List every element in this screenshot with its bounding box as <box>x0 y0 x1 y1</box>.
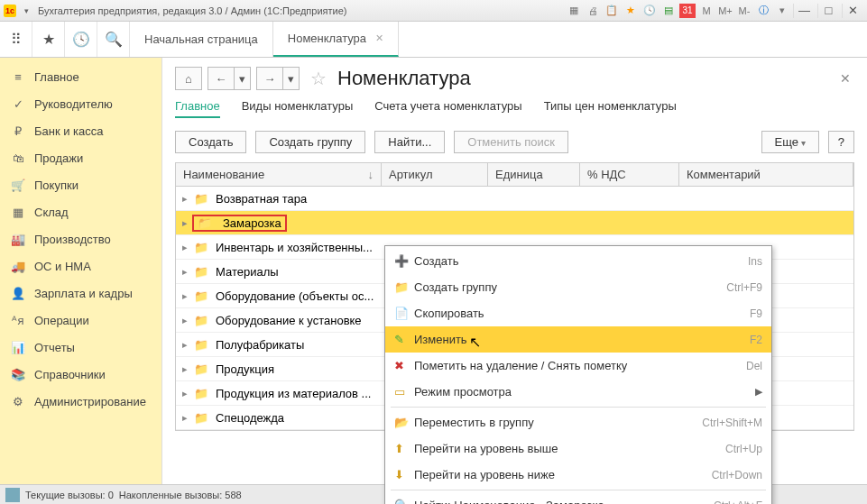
sidebar-item-9[interactable]: ᴬяОперации <box>0 307 161 334</box>
subtab-accounts[interactable]: Счета учета номенклатуры <box>374 99 521 118</box>
sidebar-item-7[interactable]: 🚚ОС и НМА <box>0 252 161 279</box>
expand-icon[interactable]: ▸ <box>176 242 194 253</box>
info-icon[interactable]: ⓘ <box>755 4 771 18</box>
sidebar-item-8[interactable]: 👤Зарплата и кадры <box>0 279 161 307</box>
expand-icon[interactable]: ▸ <box>176 290 194 302</box>
context-label: Создать группу <box>414 280 726 294</box>
sidebar-item-5[interactable]: ▦Склад <box>0 198 161 225</box>
sidebar-item-3[interactable]: 🛍Продажи <box>0 144 161 171</box>
folder-icon: 📁 <box>194 241 212 254</box>
expand-icon[interactable]: ▸ <box>176 193 194 205</box>
row-name: Спецодежда <box>212 411 284 425</box>
m-plus-button[interactable]: M+ <box>717 4 733 18</box>
subtab-main[interactable]: Главное <box>175 99 220 118</box>
back-dropdown[interactable]: ▾ <box>235 67 251 90</box>
find-button[interactable]: Найти... <box>374 131 445 153</box>
apps-icon[interactable]: ⠿ <box>0 22 32 57</box>
history-icon[interactable]: 🕓 <box>641 4 658 18</box>
col-comment[interactable]: Комментарий <box>679 163 853 186</box>
context-item-8[interactable]: ⬆Перейти на уровень вышеCtrl+Up <box>385 435 771 462</box>
m-minus-button[interactable]: M- <box>736 4 752 18</box>
cancel-find-button[interactable]: Отменить поиск <box>454 131 568 153</box>
col-name[interactable]: Наименование↓ <box>176 163 382 186</box>
col-unit[interactable]: Единица <box>488 163 580 186</box>
history-tb-icon[interactable]: 🕓 <box>65 22 97 57</box>
context-icon: ✖ <box>394 359 414 372</box>
table-row[interactable]: ▸📁Замарозка <box>176 211 853 235</box>
sidebar-item-10[interactable]: 📊Отчеты <box>0 334 161 361</box>
col-vat[interactable]: % НДС <box>580 163 679 186</box>
tab-label: Начальная страница <box>144 32 258 46</box>
table-row[interactable]: ▸📁Возвратная тара <box>176 187 853 211</box>
search-icon[interactable]: 🔍 <box>97 22 130 57</box>
row-name: Материалы <box>212 265 279 279</box>
context-item-7[interactable]: 📂Переместить в группуCtrl+Shift+M <box>385 409 771 435</box>
expand-icon[interactable]: ▸ <box>176 315 194 326</box>
create-button[interactable]: Создать <box>175 131 246 153</box>
page-favorite-icon[interactable]: ☆ <box>310 68 327 89</box>
context-item-5[interactable]: ▭Режим просмотра▶ <box>385 379 771 405</box>
titlebar-icon-3[interactable]: 📋 <box>604 4 620 18</box>
col-article[interactable]: Артикул <box>382 163 488 186</box>
home-button[interactable]: ⌂ <box>175 67 202 90</box>
context-item-4[interactable]: ✖Пометить на удаление / Снять пометкуDel <box>385 353 771 379</box>
context-separator <box>391 490 766 490</box>
context-item-3[interactable]: ✎ИзменитьF2 <box>385 326 771 353</box>
more-button[interactable]: Еще <box>761 131 819 153</box>
context-icon: ➕ <box>394 254 414 268</box>
calc-icon[interactable]: ▤ <box>660 4 677 18</box>
context-item-2[interactable]: 📄СкопироватьF9 <box>385 300 771 326</box>
expand-icon[interactable]: ▸ <box>176 363 194 375</box>
sidebar-item-2[interactable]: ₽Банк и касса <box>0 117 161 144</box>
tab-start-page[interactable]: Начальная страница <box>130 22 273 57</box>
create-group-button[interactable]: Создать группу <box>255 131 365 153</box>
sidebar-label: Склад <box>34 206 69 219</box>
context-icon: ▭ <box>394 385 414 399</box>
back-button[interactable]: ← <box>208 67 235 90</box>
expand-icon[interactable]: ▸ <box>176 217 194 229</box>
context-item-0[interactable]: ➕СоздатьIns <box>385 248 771 274</box>
page-title: Номенклатура <box>337 67 471 90</box>
maximize-button[interactable]: □ <box>817 4 839 18</box>
close-window-button[interactable]: ✕ <box>842 4 863 18</box>
tab-nomenclature[interactable]: Номенклатура ✕ <box>273 22 399 57</box>
sidebar-item-12[interactable]: ⚙Администрирование <box>0 388 161 415</box>
context-item-9[interactable]: ⬇Перейти на уровень нижеCtrl+Down <box>385 462 771 488</box>
titlebar-icon-2[interactable]: 🖨 <box>585 4 601 18</box>
context-item-11[interactable]: 🔍Найти: Наименование - ЗамарозкаCtrl+Alt… <box>385 492 771 504</box>
sidebar-label: Покупки <box>34 179 78 192</box>
tab-close-icon[interactable]: ✕ <box>375 32 383 44</box>
forward-dropdown[interactable]: ▾ <box>283 67 300 90</box>
sidebar-icon: ≡ <box>11 69 25 84</box>
expand-icon[interactable]: ▸ <box>176 412 194 424</box>
forward-button[interactable]: → <box>256 67 283 90</box>
minimize-button[interactable]: — <box>793 4 815 18</box>
expand-icon[interactable]: ▸ <box>176 339 194 351</box>
page-close-button[interactable]: ✕ <box>836 68 854 89</box>
row-name: Инвентарь и хозяйственны... <box>212 241 373 254</box>
sidebar-label: Руководителю <box>34 97 113 111</box>
subtab-types[interactable]: Виды номенклатуры <box>242 99 354 118</box>
calendar-icon[interactable]: 31 <box>679 4 696 18</box>
expand-icon[interactable]: ▸ <box>176 388 194 399</box>
app-menu-dropdown[interactable]: ▾ <box>20 5 32 17</box>
row-name: Продукция <box>212 362 274 376</box>
favorite-icon[interactable]: ★ <box>623 4 639 18</box>
titlebar-icon-1[interactable]: ▦ <box>566 4 582 18</box>
status-current-calls: Текущие вызовы: 0 <box>25 490 114 500</box>
subtab-price-types[interactable]: Типы цен номенклатуры <box>544 99 677 118</box>
sidebar-item-0[interactable]: ≡Главное <box>0 63 161 90</box>
m-button[interactable]: M <box>698 4 715 18</box>
star-icon[interactable]: ★ <box>32 22 65 57</box>
subtabs: Главное Виды номенклатуры Счета учета но… <box>175 99 854 118</box>
sidebar-item-6[interactable]: 🏭Производство <box>0 225 161 252</box>
expand-icon[interactable]: ▸ <box>176 266 194 278</box>
info-dropdown[interactable]: ▾ <box>774 4 790 18</box>
context-item-1[interactable]: 📁Создать группуCtrl+F9 <box>385 274 771 300</box>
sidebar-label: Отчеты <box>34 341 75 354</box>
sidebar-item-1[interactable]: ✓Руководителю <box>0 90 161 117</box>
sidebar-item-11[interactable]: 📚Справочники <box>0 361 161 388</box>
context-shortcut: Del <box>746 360 762 372</box>
help-button[interactable]: ? <box>828 131 854 153</box>
sidebar-item-4[interactable]: 🛒Покупки <box>0 171 161 198</box>
